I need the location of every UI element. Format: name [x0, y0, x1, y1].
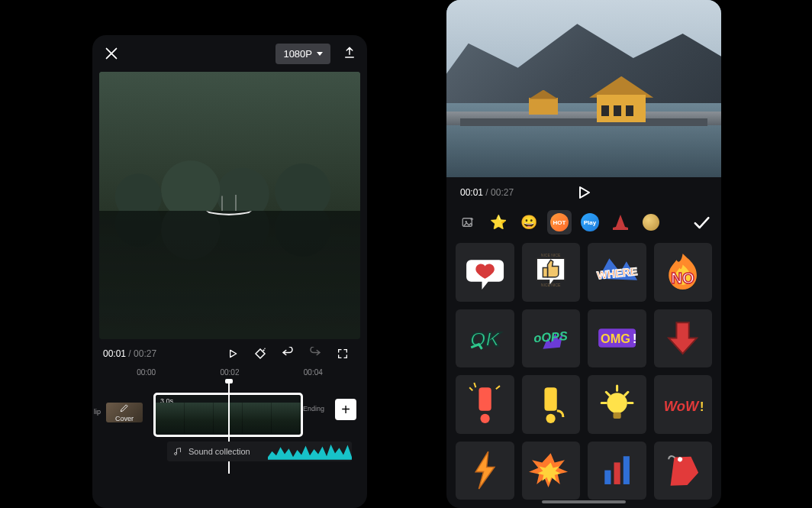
svg-point-2	[263, 349, 264, 351]
duration-time: / 00:27	[126, 348, 156, 359]
sticker-category-tabs: ⭐ 😀 HOT Play	[446, 208, 721, 237]
tab-image-add[interactable]	[456, 210, 480, 235]
waveform-icon	[268, 442, 352, 460]
svg-text:!: !	[633, 332, 636, 345]
sticker-grid: NICE NICENICE NICE WHERE NO OK oOPS OMG!	[446, 237, 721, 506]
sticker-panel: 00:01 / 00:27 ⭐ 😀 HOT Play	[446, 0, 721, 508]
sticker-ok[interactable]: OK	[456, 309, 514, 368]
svg-rect-26	[623, 456, 629, 484]
sticker-omg[interactable]: OMG!	[588, 309, 646, 368]
confirm-button[interactable]	[691, 212, 712, 233]
sticker-wow[interactable]: WoW!	[654, 375, 713, 434]
ending-label: Ending	[303, 405, 324, 413]
editor-panel: 1080P 00:01 / 00:27	[92, 35, 367, 508]
sticker-nice-thumbs-up[interactable]: NICE NICENICE NICE	[522, 243, 581, 302]
sticker-tag[interactable]	[654, 442, 713, 500]
sticker-down-arrow[interactable]	[654, 309, 713, 368]
svg-rect-24	[604, 471, 611, 484]
tab-hot[interactable]: HOT	[547, 210, 572, 235]
preview-controls: 00:01 / 00:27	[92, 339, 367, 368]
sticker-burst[interactable]	[522, 442, 581, 500]
svg-text:oOPS: oOPS	[533, 328, 569, 345]
current-time: 00:01	[103, 348, 126, 359]
tab-play[interactable]: Play	[578, 210, 602, 235]
svg-text:NICE NICE: NICE NICE	[541, 253, 561, 257]
play-button-right[interactable]	[575, 183, 593, 202]
sound-track[interactable]: Sound collection	[167, 442, 352, 461]
add-clip-button[interactable]: +	[335, 399, 356, 420]
fullscreen-button[interactable]	[332, 343, 353, 364]
sticker-no-flame[interactable]: NO	[654, 243, 713, 302]
preview-controls-right: 00:01 / 00:27	[446, 177, 721, 208]
keyframe-button[interactable]	[250, 343, 271, 364]
play-button[interactable]	[222, 343, 243, 364]
svg-point-3	[264, 348, 266, 350]
music-icon	[173, 447, 182, 456]
current-time-right: 00:01 / 00:27	[460, 187, 514, 198]
undo-button[interactable]	[277, 343, 298, 364]
sticker-where[interactable]: WHERE	[588, 243, 646, 302]
svg-text:NO: NO	[671, 270, 694, 286]
svg-rect-21	[613, 412, 620, 418]
tab-smile[interactable]: 😀	[517, 210, 541, 235]
santa-hat-icon	[613, 215, 628, 230]
svg-rect-18	[545, 387, 557, 411]
export-button[interactable]	[343, 46, 356, 61]
tab-star[interactable]: ⭐	[486, 210, 511, 235]
sticker-exclaim-red[interactable]	[456, 375, 514, 434]
close-button[interactable]	[103, 45, 120, 62]
resolution-label: 1080P	[283, 48, 312, 60]
sound-label: Sound collection	[188, 447, 250, 456]
sticker-lightbulb[interactable]	[588, 375, 646, 434]
svg-text:OMG: OMG	[601, 332, 630, 345]
svg-point-19	[546, 413, 556, 422]
resolution-selector[interactable]: 1080P	[276, 44, 330, 64]
chevron-down-icon	[317, 52, 323, 56]
svg-point-17	[480, 413, 489, 422]
svg-text:!: !	[700, 399, 704, 413]
editor-header: 1080P	[92, 35, 367, 72]
svg-text:WoW: WoW	[664, 397, 700, 413]
sticker-exclaim-yellow[interactable]	[522, 375, 581, 434]
boat-graphic	[191, 195, 267, 218]
sticker-oops[interactable]: oOPS	[522, 309, 581, 368]
tab-santa[interactable]	[608, 210, 633, 235]
pencil-icon	[119, 403, 130, 413]
svg-rect-25	[614, 463, 620, 485]
cover-thumbnail[interactable]: Cover	[106, 403, 143, 422]
sticker-bars[interactable]	[588, 442, 646, 500]
timeline[interactable]: lip Cover 3.0s Ending +	[92, 382, 367, 438]
tab-coin[interactable]	[639, 210, 663, 235]
svg-rect-6	[543, 267, 548, 277]
video-preview-right[interactable]	[446, 0, 721, 177]
home-indicator	[542, 500, 626, 503]
sticker-heart-bubble[interactable]	[456, 243, 514, 302]
redo-button[interactable]	[304, 343, 326, 364]
video-preview[interactable]	[99, 72, 360, 339]
svg-rect-16	[478, 387, 491, 411]
svg-text:NICE NICE: NICE NICE	[541, 283, 561, 287]
sticker-bolt[interactable]	[456, 442, 514, 500]
coin-icon	[643, 214, 659, 231]
